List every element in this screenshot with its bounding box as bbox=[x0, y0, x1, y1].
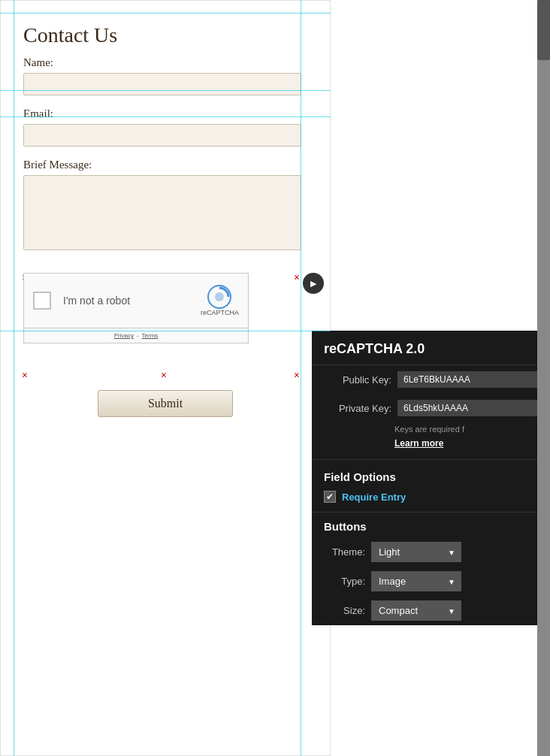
recaptcha-footer: Privacy - Terms bbox=[23, 328, 249, 343]
recaptcha-brand-label: reCAPTCHA bbox=[201, 309, 239, 316]
form-title: Contact Us bbox=[23, 23, 307, 47]
name-label: Name: bbox=[23, 56, 307, 69]
name-input[interactable] bbox=[23, 73, 301, 95]
theme-select-wrapper[interactable]: Light Dark bbox=[371, 542, 461, 562]
keys-note: Keys are required f bbox=[312, 422, 550, 435]
footer-sep: - bbox=[137, 332, 139, 339]
type-select[interactable]: Image Audio bbox=[371, 571, 461, 591]
recaptcha-checkbox[interactable] bbox=[33, 292, 51, 310]
type-select-wrapper[interactable]: Image Audio bbox=[371, 571, 461, 591]
selection-handle-bl: × bbox=[22, 370, 28, 381]
theme-row: Theme: Light Dark bbox=[312, 537, 550, 567]
private-key-row: Private Key: 6Lds5hkUAAAA bbox=[312, 394, 550, 422]
submit-button[interactable]: Submit bbox=[98, 390, 233, 417]
private-key-label: Private Key: bbox=[324, 403, 391, 414]
type-row: Type: Image Audio bbox=[312, 567, 550, 596]
buttons-title: Buttons bbox=[312, 516, 550, 537]
panel-divider2 bbox=[312, 512, 550, 513]
form-area: Contact Us Name: Email: Brief Message: ×… bbox=[0, 0, 331, 756]
selection-handle-tr: × bbox=[294, 273, 300, 283]
public-key-label: Public Key: bbox=[324, 374, 391, 386]
recaptcha-logo-area: reCAPTCHA bbox=[201, 285, 239, 316]
require-entry-label: Require Entry bbox=[342, 491, 406, 503]
private-key-value[interactable]: 6Lds5hkUAAAA bbox=[397, 400, 540, 416]
theme-label: Theme: bbox=[324, 546, 365, 558]
panel-title: reCAPTCHA 2.0 bbox=[312, 331, 550, 365]
learn-more-link[interactable]: Learn more bbox=[312, 435, 550, 456]
panel-divider bbox=[312, 459, 550, 460]
settings-panel: reCAPTCHA 2.0 Public Key: 6LeT6BkUAAAA P… bbox=[312, 331, 550, 625]
field-options-title: Field Options bbox=[312, 463, 550, 488]
require-entry-checkbox[interactable]: ✔ bbox=[324, 491, 336, 503]
play-button[interactable]: ▶ bbox=[303, 273, 324, 294]
email-input[interactable] bbox=[23, 124, 301, 147]
selection-handle-br: × bbox=[294, 370, 300, 381]
play-icon: ▶ bbox=[310, 279, 316, 289]
message-label: Brief Message: bbox=[23, 159, 307, 171]
scroll-thumb[interactable] bbox=[537, 0, 550, 60]
theme-select[interactable]: Light Dark bbox=[371, 542, 461, 562]
size-select[interactable]: Normal Compact bbox=[371, 600, 461, 621]
size-label: Size: bbox=[324, 605, 365, 616]
require-entry-row[interactable]: ✔ Require Entry bbox=[312, 488, 550, 509]
recaptcha-container: × × × ▶ I'm not a robot reCAPTCHA Privac… bbox=[23, 273, 301, 378]
size-row: Size: Normal Compact bbox=[312, 596, 550, 625]
selection-handle-bm: × bbox=[161, 370, 167, 381]
type-label: Type: bbox=[324, 576, 365, 587]
terms-link[interactable]: Terms bbox=[142, 332, 159, 339]
public-key-value[interactable]: 6LeT6BkUAAAA bbox=[397, 371, 540, 388]
message-textarea[interactable] bbox=[23, 175, 301, 250]
recaptcha-logo-icon bbox=[207, 285, 231, 309]
recaptcha-widget[interactable]: I'm not a robot reCAPTCHA bbox=[23, 273, 249, 328]
size-select-wrapper[interactable]: Normal Compact bbox=[371, 600, 461, 621]
scrollbar[interactable] bbox=[537, 0, 550, 756]
email-label: Email: bbox=[23, 107, 307, 120]
privacy-link[interactable]: Privacy bbox=[114, 332, 134, 339]
recaptcha-not-robot-label: I'm not a robot bbox=[63, 295, 201, 307]
public-key-row: Public Key: 6LeT6BkUAAAA bbox=[312, 365, 550, 394]
